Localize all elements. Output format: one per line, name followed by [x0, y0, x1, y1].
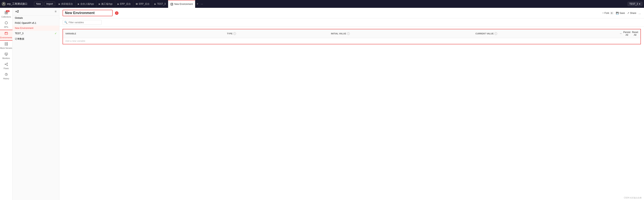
history-icon-shape — [4, 73, 8, 77]
env-item-new-environment[interactable]: New Environment — [12, 25, 59, 31]
env-content-header: 3 ⑂ Fork 0 💾 Save ↗ Share ... — [60, 8, 644, 18]
filter-env-button[interactable]: ≡ — [54, 9, 57, 14]
history-label: History — [3, 78, 9, 80]
persist-all-button[interactable]: Persist All — [623, 31, 630, 36]
tab-icon-tab5: 🖬 — [136, 3, 138, 5]
flows-label: Flows — [4, 67, 8, 69]
tab-icon-tab7: 🔲 — [170, 3, 173, 5]
tab-icon-tab4: ▶ — [118, 3, 119, 5]
monitors-icon — [4, 53, 8, 57]
tab-icon-tab1: ▶ — [59, 3, 60, 5]
collections-badge-wrapper: +2 — [4, 11, 8, 14]
col-header-variable: VARIABLE — [63, 29, 225, 38]
fork-button[interactable]: ⑂ Fork 0 — [602, 12, 614, 14]
sidebar-item-flows[interactable]: Flows — [0, 61, 13, 71]
svg-point-10 — [7, 43, 8, 43]
sidebar-item-environments[interactable]: Environments — [0, 30, 13, 41]
env-item-test3[interactable]: TEST_3 ✓ — [12, 31, 59, 36]
env-content: 3 ⑂ Fork 0 💾 Save ↗ Share ... — [60, 8, 644, 200]
svg-point-13 — [5, 64, 6, 65]
add-current-cell — [473, 38, 618, 44]
more-col-btn[interactable]: ··· — [620, 32, 622, 35]
env-name-input[interactable] — [62, 10, 112, 16]
collections-label: Collections — [1, 16, 11, 18]
env-list-items: Globals FASC OpenAPI v5.1 New Environmen… — [12, 15, 59, 200]
add-variable-cell[interactable]: Add a new variable — [63, 38, 225, 44]
search-icon: 🔍 — [64, 21, 68, 24]
collections-badge: +2 — [6, 10, 10, 12]
current-info-icon[interactable]: i — [494, 32, 497, 35]
save-label: Save — [620, 12, 625, 14]
filter-variables-input[interactable] — [68, 21, 100, 24]
tab-tab7[interactable]: 🔲New Environment — [168, 0, 195, 8]
tab-icon-tab2: ▶ — [78, 3, 80, 5]
sidebar-item-monitors[interactable]: Monitors — [0, 51, 13, 61]
add-tab-button[interactable]: + — [195, 2, 200, 6]
tab-tab3[interactable]: ▶施工端App — [96, 0, 115, 8]
env-header-actions: ⑂ Fork 0 💾 Save ↗ Share ... — [602, 11, 641, 15]
tab-tab1[interactable]: ▶供应链后台 — [56, 0, 76, 8]
share-label: Share — [630, 12, 636, 14]
sidebar-icons: +2 Collections APIs Environments Mock Se… — [0, 8, 12, 200]
sidebar-item-apis[interactable]: APIs — [0, 19, 13, 30]
more-tabs-button[interactable]: ··· — [200, 2, 204, 5]
add-initial-cell — [329, 38, 473, 44]
env-item-fasc-openapi[interactable]: FASC OpenAPI v5.1 — [12, 20, 59, 25]
svg-point-11 — [7, 45, 8, 45]
mock-servers-icon — [4, 43, 8, 46]
tab-tab6[interactable]: ▶TEST_3 — [152, 0, 168, 8]
import-button[interactable]: Import — [44, 2, 55, 6]
topbar-right: TEST_3 ▼ — [628, 2, 642, 6]
mock-servers-icon-shape — [4, 42, 8, 47]
chevron-down-icon: ▼ — [639, 3, 641, 5]
svg-point-14 — [7, 63, 8, 64]
svg-point-15 — [7, 65, 8, 66]
col-header-actions: ··· Persist All Reset All — [618, 29, 641, 38]
sidebar-item-mock-servers[interactable]: Mock Servers — [0, 41, 13, 51]
table-row-add: Add a new variable — [63, 38, 641, 44]
apis-label: APIs — [4, 26, 8, 28]
tab-tab2[interactable]: ▶合伙人端App — [76, 0, 96, 8]
flows-icon-shape — [4, 62, 8, 67]
col-header-initial: INITIAL VALUE i — [329, 29, 473, 38]
env-item-name-new-environment: New Environment — [15, 27, 34, 29]
tabs-bar: ▶供应链后台▶合伙人端App▶施工端App▶ERP_后台🖬ERP_后台▶TEST… — [56, 0, 626, 8]
fork-label: Fork — [604, 12, 609, 14]
monitors-label: Monitors — [2, 57, 10, 59]
sidebar-item-history[interactable]: History — [0, 71, 13, 81]
env-selector-label: TEST_3 — [629, 2, 638, 5]
monitors-icon-shape — [4, 52, 8, 57]
svg-point-0 — [3, 3, 4, 4]
mock-servers-label: Mock Servers — [0, 47, 12, 49]
share-button[interactable]: ↗ Share — [627, 12, 636, 14]
add-env-button[interactable]: +2 — [15, 9, 19, 14]
tab-tab5[interactable]: 🖬ERP_后台 — [133, 0, 152, 8]
env-selector[interactable]: TEST_3 ▼ — [628, 2, 642, 6]
new-button[interactable]: New — [34, 2, 43, 6]
collections-icon-shape: +2 — [4, 11, 8, 15]
initial-info-icon[interactable]: i — [347, 32, 350, 35]
env-item-globals[interactable]: Globals — [12, 15, 59, 20]
type-info-icon[interactable]: i — [233, 32, 236, 35]
reset-all-button[interactable]: Reset All — [632, 31, 638, 36]
env-list-panel: +2 ≡ Globals FASC OpenAPI v5.1 New Envir… — [12, 8, 60, 200]
tab-icon-tab3: ▶ — [99, 3, 100, 5]
save-button[interactable]: 💾 Save — [616, 12, 625, 14]
env-filter-area: 🔍 — [60, 18, 644, 26]
env-item-order-data[interactable]: 订单数据 — [12, 36, 59, 42]
avatar-icon — [2, 2, 6, 6]
env-item-name-fasc-openapi: FASC OpenAPI v5.1 — [15, 22, 36, 24]
share-icon: ↗ — [627, 12, 629, 14]
flows-icon — [4, 63, 8, 67]
history-icon — [4, 73, 8, 77]
main-area: +2 Collections APIs Environments Mock Se… — [0, 8, 644, 200]
more-options-button[interactable]: ... — [638, 11, 641, 15]
svg-point-6 — [5, 32, 6, 33]
tab-tab4[interactable]: ▶ERP_后台 — [115, 0, 133, 8]
fork-count: 0 — [610, 12, 614, 14]
svg-rect-3 — [5, 13, 6, 14]
environments-label: Environments — [0, 36, 12, 39]
col-header-type: TYPE i — [225, 29, 329, 38]
env-list-header: +2 ≡ — [12, 8, 59, 15]
sidebar-item-collections[interactable]: +2 Collections — [0, 9, 13, 19]
